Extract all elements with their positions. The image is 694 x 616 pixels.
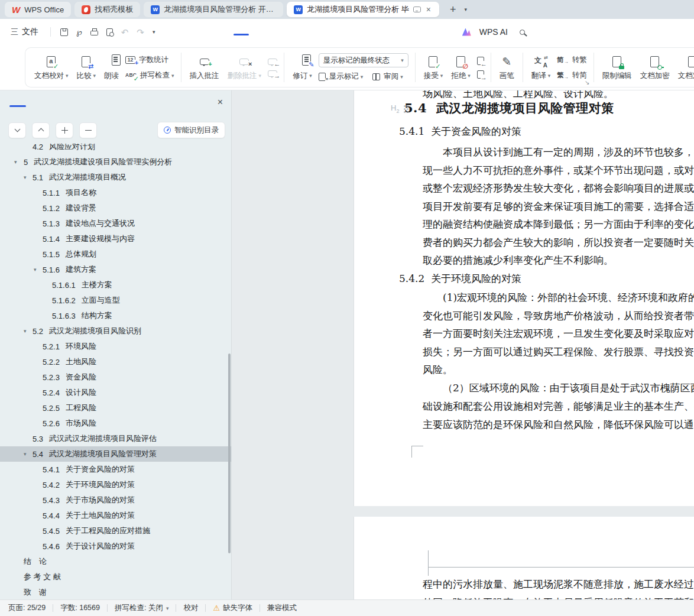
translate-button[interactable]: 文⇄A 翻译 [527, 51, 555, 84]
toc-item[interactable]: ▾ 5.1.6 建筑方案 [0, 262, 231, 277]
doc-text-line[interactable]: 主要应该防范的是环保风险和自然风险，降低环保风险可以通过 [423, 418, 694, 432]
toc-item[interactable]: 5.2.4 设计风险 [0, 385, 231, 400]
doc-text-line[interactable]: 损失；另一方面可以通过购买工程保险、发行股票、寻找投资合 [423, 345, 694, 359]
document-page-1[interactable]: H2 场风险、土地风险、工程风险、设计风险。 5.4 武汉龙湖揽境项目风险管理对… [354, 90, 694, 506]
markup-state-select[interactable]: 显示标记的最终状态 ▾ [319, 53, 408, 67]
toc-item[interactable]: ▾ 5.1 武汉龙湖揽境项目概况 [0, 170, 231, 185]
tab-list-chevron-icon[interactable]: ▾ [462, 7, 469, 12]
toc-item[interactable]: 5.1.4 主要建设规模与内容 [0, 231, 231, 247]
toc-item[interactable]: 5.1.5 总体规划 [0, 247, 231, 262]
toc-item[interactable]: 5.2.5 工程风险 [0, 400, 231, 416]
doc-text-line[interactable]: 费者的购买力都会产生较大的影响，所以投资者一定要随时关注 [423, 236, 694, 249]
doc-heading-h2[interactable]: 5.4 武汉龙湖揽境项目风险管理对策 [404, 100, 614, 116]
expand-arrow-icon[interactable]: ▾ [24, 174, 27, 180]
expand-arrow-icon[interactable]: ▾ [34, 267, 37, 273]
pen-button[interactable]: ✎ 画笔 [495, 51, 518, 84]
zoom-in-outline-button[interactable] [56, 122, 73, 138]
word-count-indicator[interactable]: 字数: 16569 [53, 603, 107, 613]
doc-text-line[interactable]: （2）区域环境的风险：由于该项目是处于武汉市槐荫区西客 [443, 381, 694, 395]
review-pane-button[interactable]: 审阅 [372, 72, 403, 82]
collapse-all-button[interactable] [32, 122, 50, 138]
finalize-document-button[interactable]: ✓ 文档定稿 [674, 51, 694, 84]
toc-item[interactable]: 致 谢 [0, 585, 231, 600]
print-preview-button[interactable] [106, 28, 113, 36]
doc-text-line[interactable]: 或整个宏观经济形势发生较大变化，都将会影响项目的进展或效 [423, 181, 694, 195]
expand-arrow-icon[interactable]: ▾ [24, 328, 27, 334]
save-button[interactable] [60, 28, 68, 36]
ribbon-tab[interactable] [275, 26, 278, 38]
toc-item[interactable]: 5.1.6.3 结构方案 [0, 308, 231, 323]
word-count-button[interactable]: 12+ 字数统计 [125, 55, 174, 65]
tab-wps-office[interactable]: W WPS Office [5, 2, 71, 17]
missing-font-warning[interactable]: ⚠ 缺失字体 [206, 603, 260, 613]
sync-status-icon[interactable] [413, 7, 421, 12]
print-button[interactable] [90, 31, 98, 35]
export-pdf-button[interactable]: ℘ [76, 28, 82, 36]
doc-text-line[interactable]: 变化也可能引发风险，导致房地产价格波动，从而给投资者带来 [423, 309, 694, 323]
file-menu-button[interactable]: 三 文件 [0, 27, 47, 37]
ribbon-tab[interactable] [293, 26, 296, 38]
doc-text-line[interactable]: 本项目从设计到施工有一定的周期，涉及的环节也较多，在 [443, 145, 694, 159]
ribbon-tab[interactable] [222, 26, 225, 38]
doc-text-line[interactable]: 项目开发前要有足够的资金来保证项目施工的需要，选择合适的 [423, 200, 694, 213]
toc-item[interactable]: 5.2.2 土地风险 [0, 354, 231, 369]
toc-item[interactable]: 5.1.2 建设背景 [0, 200, 231, 216]
smart-toc-button[interactable]: 智能识别目录 [157, 122, 225, 138]
proofread-button[interactable]: a✓ 文档校对 [30, 51, 73, 84]
insert-comment-button[interactable]: + 插入批注 [186, 51, 223, 84]
doc-text-line[interactable]: 现一些人力不可抗拒的意外事件，或某个环节出现问题，或对市 [423, 164, 694, 177]
spell-check-button[interactable]: ABC✓ 拼写检查 [125, 70, 174, 80]
tab-docer-templates[interactable]: 找稻壳模板 [74, 2, 140, 17]
previous-change-button[interactable]: ← [477, 57, 484, 65]
toc-item[interactable]: 5.4.2 关于环境风险的对策 [0, 477, 231, 492]
encrypt-document-button[interactable]: 文档加密 [636, 51, 674, 84]
redo-button[interactable]: ↷ [137, 28, 144, 37]
new-tab-button[interactable]: + [447, 4, 459, 16]
toc-item[interactable]: 5.1.6.2 立面与造型 [0, 293, 231, 308]
close-tab-icon[interactable]: × [425, 5, 432, 14]
read-aloud-button[interactable]: 朗读 [100, 51, 123, 84]
page-indicator[interactable]: 页面: 25/29 [8, 603, 53, 613]
compare-button[interactable]: ⇄ 比较 [73, 51, 100, 84]
toc-item[interactable]: 5.1.1 项目名称 [0, 185, 231, 200]
doc-text-line[interactable]: (1)宏观环境的风险：外部的社会环境、经济环境和政府的相 [443, 291, 694, 304]
track-changes-button[interactable]: ✎ 修订 [288, 51, 316, 84]
toc-item[interactable]: ▾ 5 武汉龙湖揽境建设项目风险管理实例分析 [0, 154, 231, 170]
toc-item[interactable]: 5.2.6 市场风险 [0, 416, 231, 431]
toc-item[interactable]: 5.1.6.1 主楼方案 [0, 277, 231, 293]
traditional-to-simplified-button[interactable]: 繁→ 转简 [557, 70, 587, 80]
toc-item[interactable]: 5.4.5 关于工程风险的应对措施 [0, 523, 231, 539]
ribbon-tab[interactable] [169, 26, 171, 38]
ribbon-tab[interactable] [258, 26, 260, 38]
reject-change-button[interactable]: ∅ 拒绝 [447, 51, 475, 84]
undo-button[interactable]: ↶ [121, 28, 129, 37]
toc-item[interactable]: 参 考 文 献 [0, 569, 231, 585]
group-dialog-launcher-icon[interactable]: ↘ [585, 79, 589, 86]
toc-item[interactable]: 5.4.3 关于市场风险的对策 [0, 492, 231, 508]
accept-change-button[interactable]: ✓ 接受 [420, 51, 447, 84]
document-page-2[interactable]: 程中的污水排放量、施工现场泥浆不随意排放，施工废水经过二 外网，降低施工噪声，在… [354, 517, 694, 600]
close-sidebar-icon[interactable]: × [218, 97, 223, 108]
expand-all-button[interactable] [8, 122, 26, 138]
simplified-to-traditional-button[interactable]: 简→ 转繁 [557, 55, 587, 65]
expand-arrow-icon[interactable]: ▾ [14, 159, 17, 165]
doc-text-line[interactable]: 程中的污水排放量、施工现场泥浆不随意排放，施工废水经过二 [423, 578, 694, 591]
show-markup-button[interactable]: ❞ 显示标记 [319, 72, 364, 82]
wps-ai-button[interactable]: WPS AI [479, 27, 508, 37]
doc-text-line[interactable]: 者一方面要时刻关注宏观环境，一旦发生变化要及时采取应对措 [423, 327, 694, 341]
toc-item[interactable]: 5.4.1 关于资金风险的对策 [0, 462, 231, 477]
toc-item[interactable]: 结 论 [0, 554, 231, 569]
toc-item[interactable]: ▾ 5.2 武汉龙湖揽境项目风险识别 [0, 323, 231, 339]
ribbon-tab[interactable] [240, 26, 242, 38]
toc-item[interactable]: 4.2 风险应对计划 [0, 144, 231, 154]
ribbon-tab[interactable] [205, 26, 207, 38]
doc-text-line[interactable]: 理的融资结构使融资成本降到最低；另一方面由于利率的变化对 [423, 218, 694, 231]
toc-item[interactable]: 5.3 武汉武汉龙湖揽境项目风险评估 [0, 431, 231, 446]
doc-text-line[interactable]: 场风险、土地风险、工程风险、设计风险。 [423, 90, 614, 100]
next-change-button[interactable]: → [477, 70, 484, 79]
toc-item[interactable]: ▾ 5.4 武汉龙湖揽境项目风险管理对策 [0, 446, 231, 462]
doc-text-line[interactable]: 取必要的措施减少利率变化产生不利影响。 [423, 254, 614, 267]
ribbon-tab[interactable] [187, 26, 189, 38]
toc-item[interactable]: 5.4.6 关于设计风险的对策 [0, 539, 231, 554]
toc-item[interactable]: 5.2.1 环境风险 [0, 339, 231, 354]
